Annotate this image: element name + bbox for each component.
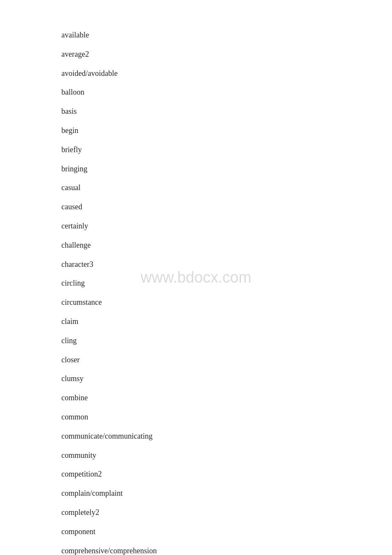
list-item: average2 <box>61 45 392 64</box>
list-item: begin <box>61 121 392 140</box>
list-item: certainly <box>61 217 392 236</box>
list-item: combine <box>61 388 392 408</box>
list-item: claim <box>61 312 392 331</box>
list-item: clumsy <box>61 369 392 388</box>
list-item: challenge <box>61 236 392 255</box>
list-item: comprehensive/comprehension <box>61 541 392 555</box>
word-list: availableaverage2avoided/avoidableballoo… <box>0 0 392 555</box>
list-item: casual <box>61 178 392 197</box>
list-item: circling <box>61 274 392 293</box>
list-item: completely2 <box>61 503 392 522</box>
list-item: common <box>61 408 392 427</box>
list-item: cling <box>61 331 392 350</box>
list-item: balloon <box>61 83 392 102</box>
list-item: closer <box>61 350 392 370</box>
list-item: avoided/avoidable <box>61 64 392 83</box>
list-item: communicate/communicating <box>61 427 392 446</box>
list-item: circumstance <box>61 293 392 312</box>
list-item: caused <box>61 197 392 217</box>
list-item: briefly <box>61 140 392 159</box>
list-item: basis <box>61 102 392 121</box>
list-item: available <box>61 26 392 45</box>
list-item: bringing <box>61 159 392 179</box>
list-item: community <box>61 446 392 465</box>
list-item: component <box>61 522 392 541</box>
list-item: competition2 <box>61 465 392 484</box>
list-item: character3 <box>61 255 392 274</box>
list-item: complain/complaint <box>61 484 392 503</box>
